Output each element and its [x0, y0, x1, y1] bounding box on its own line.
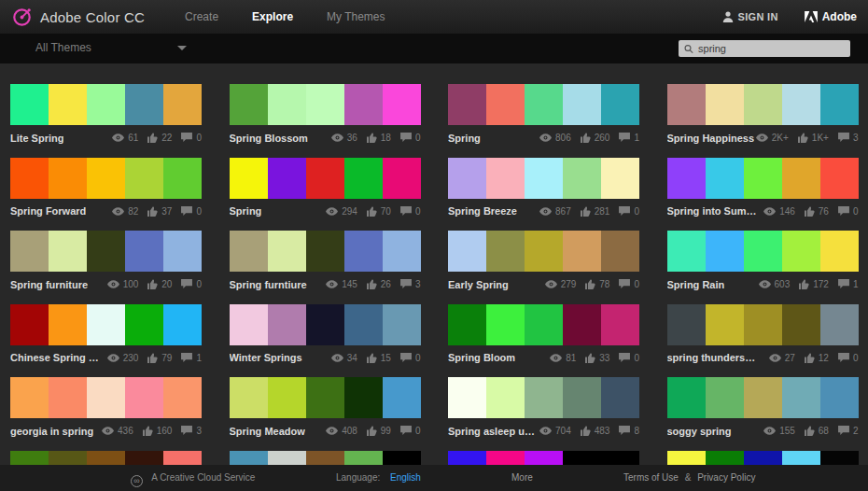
color-swatch[interactable] — [782, 84, 820, 125]
color-swatch[interactable] — [49, 84, 87, 125]
theme-swatches[interactable] — [230, 377, 421, 418]
theme-card[interactable]: Spring Bloom 81 33 — [448, 304, 639, 364]
color-swatch[interactable] — [49, 377, 87, 418]
color-swatch[interactable] — [486, 304, 525, 345]
theme-card[interactable]: Spring into Sum… 146 76 — [667, 158, 859, 217]
color-swatch[interactable] — [820, 84, 859, 125]
color-swatch[interactable] — [601, 158, 639, 199]
color-swatch[interactable] — [230, 231, 268, 272]
theme-swatches[interactable] — [10, 84, 202, 125]
color-swatch[interactable] — [10, 158, 49, 199]
color-swatch[interactable] — [448, 84, 486, 125]
theme-swatches[interactable] — [667, 304, 859, 345]
color-swatch[interactable] — [268, 158, 306, 199]
color-swatch[interactable] — [744, 231, 782, 272]
color-swatch[interactable] — [486, 231, 525, 272]
color-swatch[interactable] — [782, 231, 820, 272]
theme-swatches[interactable] — [448, 231, 639, 272]
search-box[interactable] — [679, 40, 850, 57]
color-swatch[interactable] — [87, 231, 125, 272]
color-swatch[interactable] — [486, 84, 525, 125]
color-swatch[interactable] — [744, 304, 782, 345]
color-swatch[interactable] — [448, 304, 486, 345]
color-swatch[interactable] — [744, 84, 782, 125]
color-swatch[interactable] — [344, 231, 383, 272]
color-swatch[interactable] — [49, 304, 87, 345]
color-swatch[interactable] — [306, 158, 344, 199]
color-swatch[interactable] — [344, 158, 383, 199]
color-swatch[interactable] — [268, 377, 306, 418]
color-swatch[interactable] — [383, 304, 421, 345]
color-swatch[interactable] — [820, 158, 859, 199]
theme-swatches[interactable] — [448, 158, 639, 199]
theme-card[interactable]: Early Spring 279 78 — [448, 231, 639, 290]
color-swatch[interactable] — [306, 84, 344, 125]
color-swatch[interactable] — [87, 84, 125, 125]
color-swatch[interactable] — [486, 377, 525, 418]
color-swatch[interactable] — [383, 158, 421, 199]
color-swatch[interactable] — [782, 377, 820, 418]
color-swatch[interactable] — [486, 158, 525, 199]
more-link[interactable]: More — [511, 472, 533, 483]
color-swatch[interactable] — [563, 158, 601, 199]
nav-explore[interactable]: Explore — [235, 10, 310, 23]
color-swatch[interactable] — [782, 304, 820, 345]
theme-swatches[interactable] — [10, 158, 202, 199]
color-swatch[interactable] — [383, 231, 421, 272]
color-swatch[interactable] — [268, 84, 306, 125]
color-swatch[interactable] — [563, 231, 601, 272]
theme-card[interactable]: Spring Blossom 36 18 — [230, 84, 421, 144]
theme-card[interactable]: Spring Forward 82 37 — [10, 158, 202, 217]
color-swatch[interactable] — [163, 377, 202, 418]
color-swatch[interactable] — [525, 304, 563, 345]
color-swatch[interactable] — [525, 377, 563, 418]
color-swatch[interactable] — [87, 304, 125, 345]
color-swatch[interactable] — [563, 304, 601, 345]
color-swatch[interactable] — [125, 158, 163, 199]
nav-my-themes[interactable]: My Themes — [310, 10, 401, 23]
color-swatch[interactable] — [10, 84, 49, 125]
color-swatch[interactable] — [601, 231, 639, 272]
theme-card[interactable]: soggy spring 155 68 — [667, 377, 859, 437]
color-swatch[interactable] — [268, 304, 306, 345]
color-swatch[interactable] — [782, 158, 820, 199]
theme-swatches[interactable] — [10, 304, 202, 345]
color-swatch[interactable] — [163, 304, 202, 345]
theme-swatches[interactable] — [10, 377, 202, 418]
color-swatch[interactable] — [706, 304, 744, 345]
color-swatch[interactable] — [820, 304, 859, 345]
color-swatch[interactable] — [344, 377, 383, 418]
color-swatch[interactable] — [125, 84, 163, 125]
color-swatch[interactable] — [383, 377, 421, 418]
theme-swatches[interactable] — [230, 84, 421, 125]
theme-swatches[interactable] — [230, 158, 421, 199]
privacy-link[interactable]: Privacy Policy — [697, 472, 755, 483]
theme-card[interactable]: Spring Breeze 867 281 — [448, 158, 639, 217]
theme-swatches[interactable] — [230, 231, 421, 272]
color-swatch[interactable] — [230, 158, 268, 199]
terms-link[interactable]: Terms of Use — [623, 472, 679, 483]
color-swatch[interactable] — [344, 304, 383, 345]
color-swatch[interactable] — [344, 84, 383, 125]
color-swatch[interactable] — [163, 158, 202, 199]
color-swatch[interactable] — [667, 158, 706, 199]
theme-card[interactable]: Spring Meadow 408 99 — [230, 377, 421, 437]
theme-filter-dropdown[interactable]: All Themes — [35, 41, 194, 54]
color-swatch[interactable] — [49, 158, 87, 199]
theme-swatches[interactable] — [448, 84, 639, 125]
color-swatch[interactable] — [125, 304, 163, 345]
theme-card[interactable]: Spring 294 70 — [230, 158, 421, 217]
color-swatch[interactable] — [525, 158, 563, 199]
theme-swatches[interactable] — [667, 84, 859, 125]
theme-card[interactable]: georgia in spring 436 160 — [10, 377, 202, 437]
color-swatch[interactable] — [667, 304, 706, 345]
theme-swatches[interactable] — [10, 231, 202, 272]
color-swatch[interactable] — [268, 231, 306, 272]
color-swatch[interactable] — [820, 231, 859, 272]
color-swatch[interactable] — [706, 231, 744, 272]
color-swatch[interactable] — [306, 304, 344, 345]
color-swatch[interactable] — [306, 231, 344, 272]
theme-swatches[interactable] — [667, 158, 859, 199]
search-input[interactable] — [698, 43, 845, 54]
color-swatch[interactable] — [448, 377, 486, 418]
